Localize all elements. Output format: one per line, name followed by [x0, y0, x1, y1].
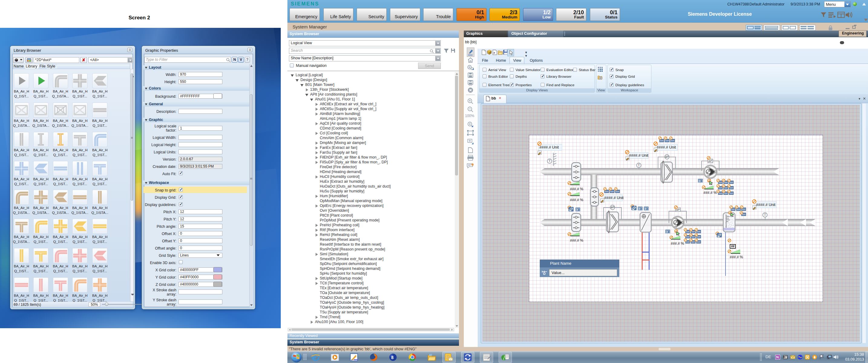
svg-text:O: O	[806, 356, 809, 359]
svg-text:8: 8	[391, 355, 394, 360]
svg-text:#: #	[493, 52, 495, 55]
svg-text:N: N	[776, 355, 779, 359]
